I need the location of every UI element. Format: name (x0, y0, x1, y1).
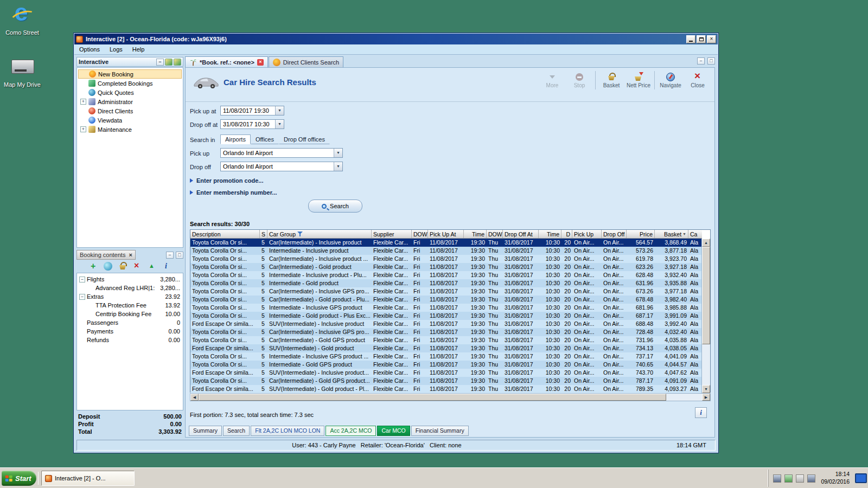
search-in-tab-drop-off-offices[interactable]: Drop Off offices (279, 134, 330, 144)
tray-display-settings-icon[interactable] (807, 474, 815, 483)
bottom-tab-acc-2a-2c-mco[interactable]: Acc 2A,2C MCO (326, 426, 376, 436)
result-row[interactable]: Toyota Corolla Or si...5Intermediate - I… (190, 247, 702, 255)
column-header[interactable]: S (260, 230, 267, 238)
column-header[interactable]: Time (464, 230, 487, 238)
column-header[interactable]: Drop Off At (503, 230, 539, 238)
bottom-tab-search[interactable]: Search (223, 426, 250, 436)
desktop-icon-drive[interactable]: Map My Drive (2, 55, 42, 88)
result-row[interactable]: Toyota Corolla Or si...5Intermediate - I… (190, 304, 702, 312)
horizontal-scroll-thumb[interactable] (199, 394, 666, 401)
info-button[interactable]: i (695, 407, 707, 418)
column-header[interactable]: Supplier (372, 230, 412, 238)
result-row[interactable]: Toyota Corolla Or si...5Car(Intermediate… (190, 287, 702, 296)
column-header[interactable]: Price (627, 230, 655, 238)
result-row[interactable]: Ford Escape Or simila...5SUV(Intermediat… (190, 385, 702, 393)
nav-item[interactable]: +Administrator (78, 97, 182, 106)
window-titlebar[interactable]: Interactive [2] - Ocean-Florida (code: w… (74, 34, 718, 44)
refresh-icon[interactable] (104, 262, 112, 271)
tray-volume-icon[interactable] (796, 474, 804, 483)
result-row[interactable]: Toyota Corolla Or si...5Car(Intermediate… (190, 336, 702, 344)
bottom-tab-financial-summary[interactable]: Financial Summary (411, 426, 469, 436)
basket-icon[interactable] (118, 262, 127, 271)
booking-close-icon[interactable]: × (129, 252, 132, 258)
minimize-button[interactable] (686, 35, 695, 43)
panel-restore-icon[interactable]: □ (707, 57, 715, 65)
taskbar-task-button[interactable]: Interactive [2] - O... (41, 471, 135, 486)
expand-icon[interactable]: + (80, 99, 86, 105)
search-button[interactable]: Search (308, 200, 362, 213)
bottom-tab-car-mco[interactable]: Car MCO (377, 426, 410, 436)
collapse-icon[interactable]: − (79, 294, 85, 300)
column-header[interactable]: Drop Off (602, 230, 627, 238)
tray-network-icon[interactable] (773, 474, 781, 483)
result-row[interactable]: Toyota Corolla Or si...5Intermediate - I… (190, 352, 702, 361)
nav-item[interactable]: Direct Clients (78, 106, 182, 115)
booking-row[interactable]: Refunds0.00 (78, 336, 182, 344)
booking-row[interactable]: −Flights3,280... (78, 275, 182, 284)
document-tab[interactable]: *Book. ref.: <none>× (185, 56, 268, 67)
dropoff-at-combo[interactable]: 31/08/2017 10:30 ▼ (220, 119, 284, 129)
result-row[interactable]: Toyota Corolla Or si...5Car(Intermediate… (190, 328, 702, 336)
tray-status-icon[interactable] (784, 474, 793, 483)
chevron-down-icon[interactable]: ▼ (275, 120, 284, 129)
scroll-up-icon[interactable]: ▲ (702, 239, 710, 247)
column-header[interactable]: Time (539, 230, 561, 238)
result-row[interactable]: Ford Escape Or simila...5SUV(Intermediat… (190, 369, 702, 377)
search-in-tab-airports[interactable]: Airports (220, 134, 251, 144)
desktop-icon-ie[interactable]: Como Street (2, 3, 42, 36)
result-row[interactable]: Toyota Corolla Or si...5Intermediate - G… (190, 279, 702, 287)
dropoff-combo[interactable]: Orlando Intl Airport ▼ (220, 162, 343, 171)
booking-row[interactable]: TTA Protection Fee13.92 (78, 301, 182, 310)
nett-price-button[interactable]: Nett Price (625, 72, 652, 88)
column-header[interactable]: DOW (487, 230, 503, 238)
booking-row[interactable]: Centtrip Booking Fee10.00 (78, 310, 182, 318)
nav-collapse-icon[interactable]: − (156, 59, 164, 66)
booking-row[interactable]: −Extras23.92 (78, 292, 182, 301)
start-button[interactable]: Start (2, 471, 36, 486)
menu-item-options[interactable]: Options (74, 45, 105, 54)
column-header[interactable]: Ca (688, 230, 702, 238)
chevron-down-icon[interactable]: ▼ (275, 106, 284, 115)
chevron-down-icon[interactable]: ▼ (334, 162, 342, 171)
delete-icon[interactable] (133, 262, 142, 271)
booking-row[interactable]: Payments0.00 (78, 327, 182, 336)
chevron-down-icon[interactable]: ▼ (334, 149, 342, 157)
maximize-button[interactable] (697, 35, 706, 43)
panel-minimize-icon[interactable]: − (697, 57, 705, 65)
bottom-tab-flt-2a-2c-lon-mco-lon[interactable]: Flt 2A,2C LON MCO LON (251, 426, 324, 436)
document-tab[interactable]: Direct Clients Search (269, 56, 343, 67)
booking-row[interactable]: Advanced Reg LHR|1:3,280... (78, 284, 182, 292)
result-row[interactable]: Toyota Corolla Or si...5Intermediate - G… (190, 312, 702, 320)
column-header[interactable]: Pick Up At (428, 230, 464, 238)
close-button[interactable]: × (707, 35, 716, 43)
basket-button[interactable]: Basket (598, 72, 625, 88)
add-icon[interactable] (89, 262, 98, 271)
vertical-scroll-thumb[interactable] (702, 247, 710, 344)
column-header[interactable]: Pick Up (572, 230, 602, 238)
tray-monitor-icon[interactable] (855, 473, 867, 483)
nav-panel-icon-a[interactable] (165, 59, 173, 66)
column-header[interactable]: DOW (412, 230, 428, 238)
membership-number-expander[interactable]: Enter membership number... (190, 189, 277, 196)
export-icon[interactable] (148, 262, 156, 271)
menu-item-logs[interactable]: Logs (105, 45, 127, 54)
pickup-combo[interactable]: Orlando Intl Airport ▼ (220, 148, 343, 158)
nav-item[interactable]: +Maintenance (78, 125, 182, 134)
result-row[interactable]: Toyota Corolla Or si...5Car(Intermediate… (190, 296, 702, 304)
pickup-at-combo[interactable]: 11/08/2017 19:30 ▼ (220, 106, 284, 115)
booking-row[interactable]: Passengers0 (78, 318, 182, 327)
nav-panel-icon-b[interactable] (174, 59, 181, 66)
bottom-tab-summary[interactable]: Summary (189, 426, 222, 436)
result-row[interactable]: Toyota Corolla Or si...5Intermediate - G… (190, 361, 702, 369)
booking-restore-icon[interactable]: □ (176, 252, 183, 259)
info-icon[interactable] (162, 262, 171, 271)
result-row[interactable]: Ford Escape Or simila...5SUV(Intermediat… (190, 320, 702, 328)
taskbar-clock[interactable]: 18:14 09/02/2016 (819, 471, 852, 485)
navigate-button[interactable]: Navigate (657, 72, 684, 88)
tab-close-icon[interactable]: × (257, 59, 264, 66)
horizontal-scrollbar[interactable]: ◀ ▶ (190, 393, 711, 401)
result-row[interactable]: Toyota Corolla Or si...5Intermediate - I… (190, 271, 702, 279)
collapse-icon[interactable]: − (79, 277, 85, 282)
scroll-left-icon[interactable]: ◀ (190, 394, 199, 401)
column-header[interactable]: Car Group (267, 230, 372, 238)
